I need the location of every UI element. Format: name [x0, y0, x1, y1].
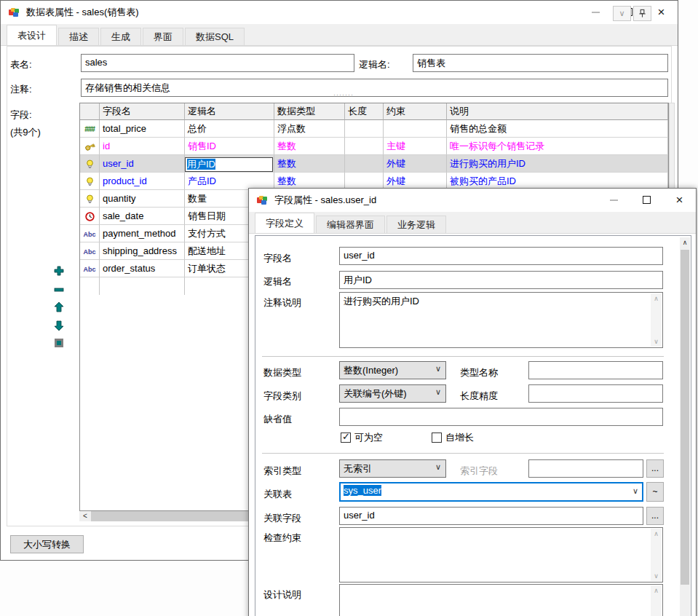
move-down-button[interactable] — [53, 320, 65, 331]
tab-business-logic[interactable]: 业务逻辑 — [386, 216, 446, 233]
clock-icon — [84, 211, 95, 222]
index-field-browse-button[interactable]: ... — [646, 459, 664, 478]
inline-edit-input[interactable]: 用户ID — [185, 157, 273, 172]
chevron-down-icon: ∨ — [619, 9, 624, 18]
add-field-button[interactable] — [53, 265, 65, 277]
grid-header-row: 字段名 逻辑名 数据类型 长度 约束 说明 — [80, 103, 668, 120]
field-name-input[interactable]: user_id — [339, 247, 663, 265]
tab-generate[interactable]: 生成 — [100, 28, 141, 45]
table-row[interactable]: ### total_price 总价 浮点数 销售的总金额 — [80, 120, 668, 138]
tab-editor-ui[interactable]: 编辑器界面 — [316, 216, 385, 233]
scroll-down-icon[interactable]: ∨ — [651, 571, 662, 581]
checkbox-icon — [432, 433, 442, 443]
case-convert-button[interactable]: 大小写转换 — [10, 535, 84, 553]
textarea-scrollbar[interactable]: ∧∨ — [651, 529, 662, 581]
maximize-icon — [643, 196, 651, 204]
main-titlebar[interactable]: 数据表属性 - sales(销售表) × — [1, 1, 678, 24]
scroll-down-icon[interactable]: ∨ — [651, 336, 662, 347]
comment-textarea[interactable]: 进行购买的用户ID ∧∨ — [339, 292, 663, 348]
dialog-minimize-button[interactable] — [598, 189, 630, 211]
main-window-title: 数据表属性 - sales(销售表) — [26, 6, 139, 19]
minimize-icon — [610, 200, 618, 201]
comment-label: 注释说明 — [263, 296, 301, 309]
design-note-textarea[interactable]: ∧ — [339, 584, 663, 616]
type-name-input[interactable] — [528, 361, 663, 379]
grid-header-data-type[interactable]: 数据类型 — [274, 103, 345, 120]
length-precision-input[interactable] — [528, 384, 663, 403]
related-table-tilde-button[interactable]: ~ — [646, 482, 664, 502]
tab-data-sql[interactable]: 数据SQL — [185, 28, 245, 45]
grid-header-logical-name[interactable]: 逻辑名 — [185, 103, 274, 120]
type-name-label: 类型名称 — [460, 366, 498, 379]
related-table-label: 关联表 — [263, 488, 292, 501]
grid-header-constraint[interactable]: 约束 — [384, 103, 447, 120]
comment-label: 注释: — [10, 83, 32, 96]
data-type-select[interactable]: 整数(Integer)∨ — [339, 361, 446, 379]
field-category-select[interactable]: 关联编号(外键)∨ — [339, 384, 446, 403]
grid-header-field-name[interactable]: 字段名 — [100, 103, 185, 120]
logical-name-input[interactable]: 销售表 — [413, 54, 668, 72]
pin-icon — [638, 9, 647, 18]
check-constraint-label: 检查约束 — [263, 532, 301, 545]
logical-name-input[interactable]: 用户ID — [339, 271, 663, 289]
check-constraint-textarea[interactable]: ∧∨ — [339, 527, 663, 583]
textarea-scrollbar[interactable]: ∧∨ — [651, 293, 662, 347]
splitter-handle[interactable]: ······· — [325, 93, 362, 98]
table-row[interactable]: id 销售ID 整数 主键 唯一标识每个销售记录 — [80, 138, 668, 155]
text-type-icon: Abc — [83, 248, 95, 256]
fields-count: (共9个) — [10, 126, 41, 139]
tab-ui[interactable]: 界面 — [143, 28, 183, 45]
dialog-vertical-scrollbar[interactable]: ∧ ∨ — [680, 237, 690, 616]
auto-increment-checkbox[interactable]: 自增长 — [432, 431, 474, 444]
chevron-down-icon: ∨ — [435, 387, 441, 397]
textarea-scrollbar[interactable]: ∧ — [651, 585, 662, 616]
dialog-close-button[interactable]: × — [663, 189, 696, 211]
main-tabstrip: 表设计 描述 生成 界面 数据SQL — [1, 24, 678, 46]
close-icon: × — [676, 194, 683, 206]
remove-field-button[interactable] — [53, 284, 65, 296]
scroll-up-icon[interactable]: ∧ — [651, 293, 662, 304]
tab-table-design[interactable]: 表设计 — [7, 25, 57, 45]
checkbox-icon — [341, 433, 351, 443]
dialog-titlebar[interactable]: 字段属性 - sales.user_id × — [249, 189, 696, 212]
length-precision-label: 长度精度 — [460, 390, 498, 403]
table-name-input[interactable]: sales — [81, 54, 354, 72]
minimize-button[interactable] — [579, 1, 612, 23]
related-table-combo[interactable]: sys_user∨ — [339, 482, 643, 502]
scroll-left-icon[interactable]: < — [79, 511, 91, 521]
grid-header-length[interactable]: 长度 — [345, 103, 384, 120]
stop-button[interactable] — [53, 337, 65, 349]
comment-input[interactable]: 存储销售的相关信息 — [81, 79, 668, 97]
dialog-maximize-button[interactable] — [630, 189, 663, 211]
chevron-down-icon: ∨ — [632, 486, 638, 496]
index-field-input[interactable] — [528, 459, 643, 478]
chevron-down-icon: ∨ — [435, 462, 441, 472]
scroll-up-icon[interactable]: ∧ — [651, 529, 662, 539]
related-field-label: 关联字段 — [263, 512, 301, 525]
field-category-label: 字段类别 — [263, 390, 301, 403]
default-value-input[interactable] — [339, 408, 663, 426]
logical-name-label: 逻辑名: — [359, 58, 390, 71]
tab-field-definition[interactable]: 字段定义 — [255, 213, 314, 233]
scroll-up-icon[interactable]: ∧ — [680, 237, 690, 248]
grid-header-icon[interactable] — [80, 103, 100, 120]
pin-button[interactable] — [633, 6, 651, 21]
dialog-title: 字段属性 - sales.user_id — [274, 194, 376, 207]
grid-header-description[interactable]: 说明 — [447, 103, 668, 120]
index-field-label: 索引字段 — [460, 465, 498, 478]
index-type-select[interactable]: 无索引∨ — [339, 459, 446, 478]
tab-description[interactable]: 描述 — [58, 28, 99, 45]
bulb-icon — [84, 176, 95, 187]
table-row[interactable]: user_id 用户ID 整数 外键 进行购买的用户ID — [80, 155, 668, 173]
default-value-label: 缺省值 — [263, 413, 292, 426]
scrollbar-thumb[interactable] — [681, 250, 689, 585]
collapse-button[interactable]: ∨ — [613, 6, 631, 21]
nullable-checkbox[interactable]: 可为空 — [341, 431, 383, 444]
related-field-browse-button[interactable]: ... — [646, 507, 664, 525]
app-icon — [256, 194, 268, 206]
chevron-down-icon: ∨ — [435, 364, 441, 374]
scroll-up-icon[interactable]: ∧ — [651, 585, 662, 596]
related-field-input[interactable]: user_id — [339, 507, 643, 525]
move-up-button[interactable] — [53, 301, 65, 313]
bulb-icon — [84, 194, 95, 205]
